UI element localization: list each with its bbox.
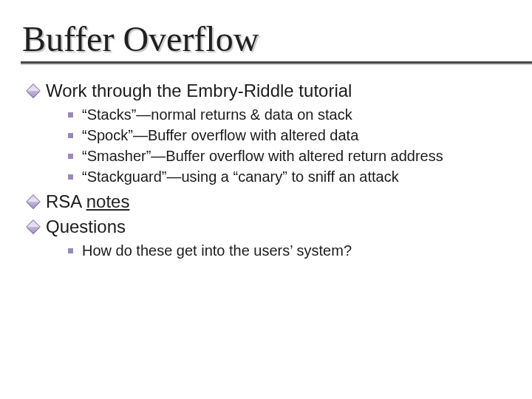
diamond-icon [26, 194, 41, 209]
bullet-text: Work through the Embry-Riddle tutorial [46, 80, 352, 102]
list-text: How do these get into the users’ system? [82, 241, 352, 260]
diamond-icon [26, 83, 41, 98]
slide: Buffer Overflow Work through the Embry-R… [0, 0, 532, 260]
square-icon [68, 174, 73, 180]
square-icon [68, 133, 73, 138]
rsa-prefix: RSA [46, 191, 86, 211]
sub-list-tutorial: “Stacks”—normal returns & data on stack … [68, 105, 510, 186]
square-icon [68, 248, 73, 253]
title-wrap: Buffer Overflow [22, 21, 510, 59]
page-title: Buffer Overflow [22, 21, 510, 58]
bullet-item-tutorial: Work through the Embry-Riddle tutorial [28, 80, 510, 102]
title-underline [21, 61, 532, 64]
square-icon [68, 112, 73, 117]
sub-list-questions: How do these get into the users’ system? [68, 241, 510, 260]
bullet-text: RSA notes [46, 191, 129, 213]
bullet-item-rsa: RSA notes [28, 191, 510, 213]
square-icon [68, 154, 73, 159]
list-item: “Stackguard”—using a “canary” to sniff a… [68, 167, 510, 186]
list-item: “Smasher”—Buffer overflow with altered r… [68, 146, 510, 166]
list-text: “Smasher”—Buffer overflow with altered r… [82, 146, 443, 166]
list-item: How do these get into the users’ system? [68, 241, 510, 260]
list-text: “Stacks”—normal returns & data on stack [82, 105, 352, 124]
bullet-item-questions: Questions [28, 216, 510, 238]
list-item: “Stacks”—normal returns & data on stack [68, 105, 510, 124]
list-text: “Spock”—Buffer overflow with altered dat… [82, 126, 358, 145]
content: Work through the Embry-Riddle tutorial “… [22, 72, 510, 260]
list-item: “Spock”—Buffer overflow with altered dat… [68, 126, 510, 145]
diamond-icon [26, 219, 41, 234]
list-text: “Stackguard”—using a “canary” to sniff a… [82, 167, 399, 186]
bullet-text: Questions [46, 216, 126, 238]
rsa-notes-link[interactable]: notes [86, 191, 130, 211]
